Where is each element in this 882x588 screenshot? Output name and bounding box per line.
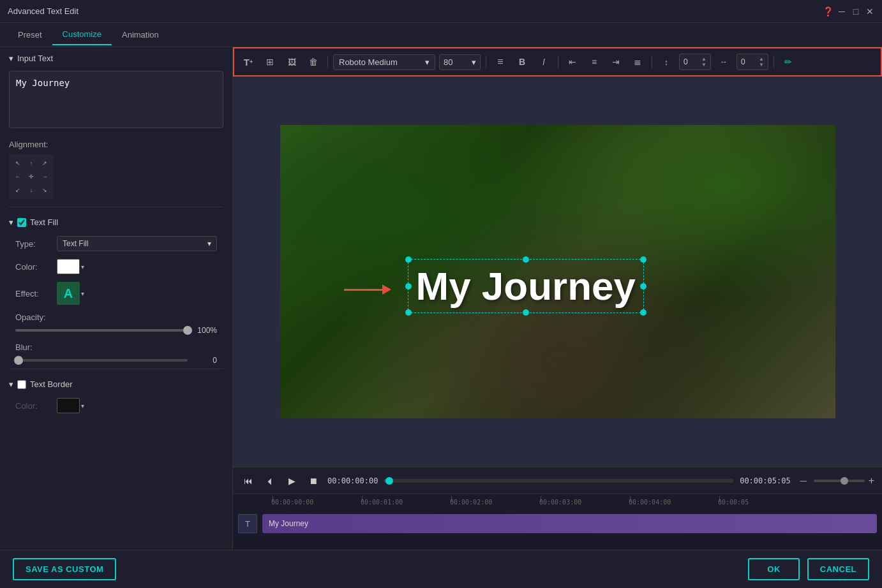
align-center-button[interactable]: ≡ xyxy=(585,53,603,71)
tab-animation[interactable]: Animation xyxy=(112,25,169,45)
timeline-tracks: T My Journey xyxy=(233,510,882,537)
kerning-down-icon[interactable]: ▼ xyxy=(759,62,764,68)
handle-top-right[interactable] xyxy=(640,256,647,263)
ruler-mark-3: 00:00:03:00 xyxy=(539,499,629,506)
align-middle-left[interactable]: ← xyxy=(11,170,24,182)
opacity-value: 100% xyxy=(194,326,217,335)
input-text-section-header[interactable]: ▾ Input Text xyxy=(0,47,232,68)
align-justify-button[interactable]: ≣ xyxy=(629,53,647,71)
timeline-area: ⏮ ⏴ ▶ ⏹ 00:00:00:00 00:00:05:05 ─ + xyxy=(233,467,882,550)
track-type-icon[interactable]: T xyxy=(238,514,257,533)
ruler-mark-1: 00:00:01:00 xyxy=(361,499,450,506)
text-fill-section-header[interactable]: ▾ Text Fill xyxy=(0,212,232,232)
pen-tool-button[interactable]: ✏ xyxy=(779,53,797,71)
align-bottom-center[interactable]: ↓ xyxy=(25,184,37,196)
blur-slider[interactable] xyxy=(15,359,188,362)
align-right-button[interactable]: ⇥ xyxy=(607,53,625,71)
spacing-up-icon[interactable]: ▲ xyxy=(701,56,706,62)
color-picker[interactable]: ▾ xyxy=(57,259,84,274)
minimize-button[interactable]: ─ xyxy=(837,7,846,16)
text-fill-checkbox[interactable] xyxy=(17,218,26,227)
effect-dropdown-arrow-icon[interactable]: ▾ xyxy=(81,290,84,297)
opacity-slider[interactable] xyxy=(15,329,188,332)
title-bar: Advanced Text Edit ❓ ─ □ ✕ xyxy=(0,0,882,23)
handle-bottom-left[interactable] xyxy=(405,309,412,316)
zoom-slider[interactable] xyxy=(814,480,865,482)
play-button[interactable]: ▶ xyxy=(284,473,299,489)
align-top-right[interactable]: ↗ xyxy=(39,157,51,169)
border-color-dropdown-arrow-icon[interactable]: ▾ xyxy=(81,402,84,409)
effect-picker[interactable]: A ▾ xyxy=(57,282,84,305)
border-color-swatch[interactable] xyxy=(57,398,80,413)
kerning-up-icon[interactable]: ▲ xyxy=(759,56,764,62)
image-button[interactable]: 🖼 xyxy=(283,53,301,71)
handle-bottom-middle[interactable] xyxy=(523,309,529,316)
arrow-line xyxy=(344,289,382,291)
overlay-text[interactable]: My Journey xyxy=(408,260,644,312)
transform-button[interactable]: ⊞ xyxy=(261,53,279,71)
color-dropdown-arrow-icon[interactable]: ▾ xyxy=(81,263,84,270)
bottom-bar: SAVE AS CUSTOM OK CANCEL xyxy=(0,550,882,588)
delete-button[interactable]: 🗑 xyxy=(304,53,322,71)
align-middle-right[interactable]: → xyxy=(39,170,51,182)
add-text-button[interactable]: T+ xyxy=(239,53,257,71)
rewind-button[interactable]: ⏮ xyxy=(241,473,256,489)
input-text-field[interactable]: My Journey xyxy=(9,71,223,128)
back-frame-button[interactable]: ⏴ xyxy=(262,473,278,489)
italic-button[interactable]: I xyxy=(535,53,553,71)
zoom-controls: ─ + xyxy=(797,474,874,487)
align-top-left[interactable]: ↖ xyxy=(11,157,24,169)
font-family-select[interactable]: Roboto Medium ▾ xyxy=(333,54,435,70)
tab-preset[interactable]: Preset xyxy=(8,25,52,45)
handle-middle-right[interactable] xyxy=(640,283,647,290)
effect-preview[interactable]: A xyxy=(57,282,80,305)
kerning-input[interactable]: 0 ▲ ▼ xyxy=(736,54,768,70)
spacing-down-icon[interactable]: ▼ xyxy=(701,62,706,68)
font-size-select[interactable]: 80 ▾ xyxy=(439,54,481,70)
close-button[interactable]: ✕ xyxy=(865,7,874,16)
align-bottom-left[interactable]: ↙ xyxy=(11,184,24,196)
ruler-mark-0: 00:00:00:00 xyxy=(271,499,361,506)
line-spacing-input[interactable]: 0 ▲ ▼ xyxy=(679,54,711,70)
timeline-progress-bar[interactable] xyxy=(384,479,733,483)
text-border-section-header[interactable]: ▾ Text Border xyxy=(0,374,232,394)
handle-bottom-right[interactable] xyxy=(640,309,647,316)
right-panel: T+ ⊞ 🖼 🗑 Roboto Medium ▾ 80 ▾ ≡ B I ⇤ ≡ … xyxy=(233,47,882,550)
cancel-button[interactable]: CANCEL xyxy=(807,558,869,580)
tab-customize[interactable]: Customize xyxy=(52,24,112,45)
video-frame: My Journey xyxy=(280,125,835,418)
track-clip[interactable]: My Journey xyxy=(262,514,877,533)
text-overlay-container[interactable]: My Journey xyxy=(408,259,645,313)
text-border-checkbox[interactable] xyxy=(17,380,26,389)
align-center[interactable]: ✛ xyxy=(25,170,37,182)
type-select[interactable]: Text Fill ▾ xyxy=(57,236,217,251)
section-arrow-icon-2: ▾ xyxy=(9,217,13,227)
handle-top-left[interactable] xyxy=(405,256,412,263)
ruler-mark-4: 00:00:04:00 xyxy=(629,499,718,506)
main-layout: ▾ Input Text My Journey Alignment: ↖ ↑ ↗… xyxy=(0,47,882,550)
app-title: Advanced Text Edit xyxy=(8,6,78,16)
border-color-picker[interactable]: ▾ xyxy=(57,398,84,413)
align-top-center[interactable]: ↑ xyxy=(25,157,37,169)
zoom-slider-thumb[interactable] xyxy=(841,477,848,485)
handle-top-middle[interactable] xyxy=(523,256,529,263)
align-bottom-right[interactable]: ↘ xyxy=(39,184,51,196)
line-height-icon[interactable]: ≡ xyxy=(491,53,509,71)
ruler-mark-5: 00:00:05 xyxy=(718,499,807,506)
save-as-custom-button[interactable]: SAVE AS CUSTOM xyxy=(13,558,116,580)
maximize-button[interactable]: □ xyxy=(851,7,860,16)
timeline-playhead[interactable] xyxy=(385,477,393,485)
bold-button[interactable]: B xyxy=(513,53,531,71)
effect-row: Effect: A ▾ xyxy=(0,278,232,309)
timeline-ruler: 00:00:00:00 00:00:01:00 00:00:02:00 00:0… xyxy=(233,494,882,510)
font-family-dropdown-icon: ▾ xyxy=(425,57,430,67)
ok-button[interactable]: OK xyxy=(748,558,800,580)
zoom-add-button[interactable]: + xyxy=(869,475,874,487)
align-left-button[interactable]: ⇤ xyxy=(564,53,581,71)
color-swatch[interactable] xyxy=(57,259,80,274)
blur-value: 0 xyxy=(194,356,217,365)
zoom-minus-button[interactable]: ─ xyxy=(797,474,810,487)
handle-middle-left[interactable] xyxy=(405,283,412,290)
stop-button[interactable]: ⏹ xyxy=(306,473,321,489)
help-button[interactable]: ❓ xyxy=(823,7,832,16)
